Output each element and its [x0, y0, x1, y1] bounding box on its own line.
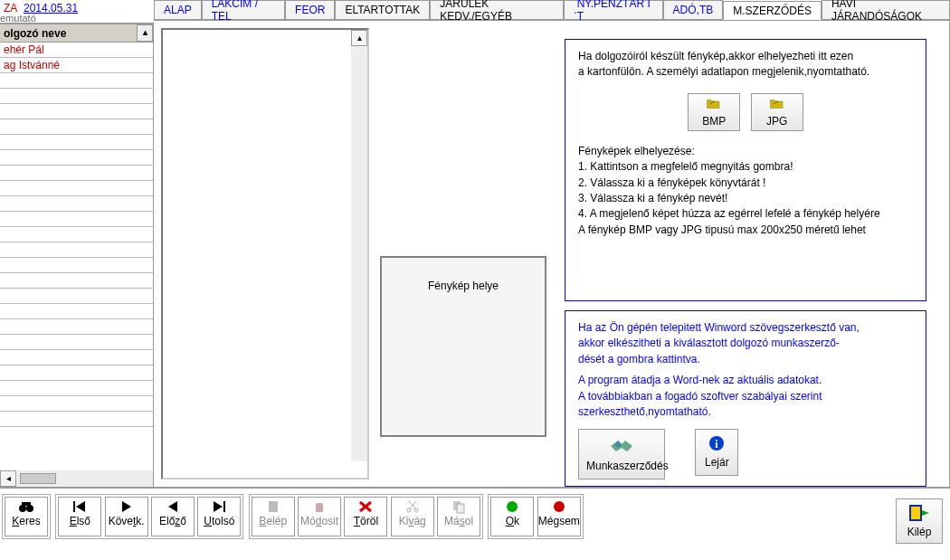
list-item[interactable]: ehér Pál	[0, 43, 153, 58]
list-item[interactable]	[0, 304, 153, 319]
green-circle-icon	[503, 499, 521, 514]
tab-havijar[interactable]: HAVI JÁRANDÓSÁGOK	[822, 0, 950, 19]
torol-button[interactable]: Töröl	[344, 497, 387, 536]
employee-list: olgozó neve ▴ ehér Pálag Istvánné ◂	[0, 24, 154, 488]
tab-adotb[interactable]: ADÓ,TB	[663, 0, 724, 19]
first-icon	[71, 499, 89, 514]
svg-rect-4	[22, 502, 31, 506]
list-item[interactable]	[0, 196, 153, 212]
steps-heading: Fényképek elhelyezése:	[578, 144, 913, 159]
step-text: 3. Válassza ki a fénykép nevét!	[578, 191, 913, 206]
list-item[interactable]	[0, 119, 153, 135]
keres-button[interactable]: Keres	[5, 497, 48, 536]
list-item[interactable]	[0, 289, 153, 304]
info-text: akkor elkészitheti a kiválasztott dolgoz…	[578, 336, 913, 351]
photo-placeholder[interactable]: Fénykép helye	[380, 256, 546, 437]
list-item[interactable]: ag Istvánné	[0, 58, 153, 73]
elso-button[interactable]: Első	[58, 497, 101, 536]
step-text: 1. Kattintson a megfelelő megnyitás gomb…	[578, 159, 913, 175]
info-text: Ha az Ön gépén telepitett Winword szöveg…	[578, 320, 913, 336]
kivag-button: Kivág	[391, 497, 434, 536]
list-item[interactable]	[0, 227, 153, 242]
label-rest: eres	[19, 515, 40, 527]
red-circle-icon	[550, 499, 568, 514]
contract-button[interactable]: Munkaszerződés	[578, 429, 665, 479]
bottom-toolbar: Keres Első Követk. Előző Utolsó Belép Mó…	[0, 488, 950, 560]
handshake-icon	[607, 435, 636, 455]
list-item[interactable]	[0, 150, 153, 166]
list-scroll-up-icon[interactable]: ▴	[137, 24, 153, 42]
svg-rect-5	[73, 501, 75, 512]
list-item[interactable]	[0, 135, 153, 150]
info-icon: i	[708, 435, 725, 451]
list-item[interactable]	[0, 381, 153, 396]
svg-marker-7	[122, 501, 131, 512]
hscroll-left-icon[interactable]: ◂	[0, 470, 16, 487]
tab-jarulek[interactable]: JÁRULÉK KEDV./EGYÉB	[430, 0, 564, 19]
list-item[interactable]	[0, 104, 153, 119]
exit-door-icon	[907, 503, 931, 523]
binoculars-icon	[17, 499, 35, 514]
modosit-button: Módosit	[298, 497, 341, 536]
utolso-button[interactable]: Utolsó	[197, 497, 241, 536]
next-icon	[118, 499, 136, 514]
svg-point-2	[19, 505, 26, 512]
svg-marker-6	[76, 501, 85, 512]
tab-nypenztar[interactable]: .NY.PÉNZTÁR I T	[564, 0, 662, 19]
list-item[interactable]	[0, 242, 153, 258]
delete-x-icon	[356, 499, 375, 514]
list-header[interactable]: olgozó neve ▴	[0, 24, 153, 43]
tab-strip: ALAP LAKCIM / TEL FEOR ELTARTOTTAK JÁRUL…	[154, 0, 950, 20]
list-item[interactable]	[0, 273, 153, 289]
list-hscroll[interactable]: ◂	[0, 470, 153, 487]
svg-line-16	[410, 501, 416, 508]
photo-info-panel: Ha dolgozóiról készült fénykép,akkor elh…	[565, 39, 926, 301]
emutato-label: emutató	[0, 13, 36, 24]
open-jpg-button[interactable]: JPG	[751, 93, 803, 131]
word-info-panel: Ha az Ön gépén telepitett Winword szöveg…	[565, 310, 926, 487]
folder-open-icon	[706, 96, 722, 112]
elozo-button[interactable]: Előző	[151, 497, 195, 536]
kilep-button[interactable]: Kilép	[896, 498, 943, 544]
list-item[interactable]	[0, 212, 153, 227]
tab-mszerzodes[interactable]: M.SZERZŐDÉS	[723, 1, 822, 20]
list-item[interactable]	[0, 350, 153, 365]
svg-point-20	[507, 501, 518, 512]
svg-line-17	[409, 501, 415, 508]
svg-rect-11	[269, 501, 278, 512]
expire-button[interactable]: i Lejár	[695, 429, 738, 475]
tab-alap[interactable]: ALAP	[154, 0, 202, 19]
svg-point-14	[407, 508, 411, 512]
list-item[interactable]	[0, 365, 153, 381]
svg-point-3	[26, 505, 33, 512]
ok-button[interactable]: Ok	[490, 497, 534, 536]
list-item[interactable]	[0, 258, 153, 273]
kovetk-button[interactable]: Követk.	[105, 497, 148, 536]
svg-marker-9	[214, 501, 223, 512]
list-item[interactable]	[0, 396, 153, 412]
list-item[interactable]	[0, 73, 153, 89]
content-area: ▴ Fénykép helye Ha dolgozóiról készült f…	[154, 20, 950, 488]
hand-icon	[310, 499, 328, 514]
list-item[interactable]	[0, 412, 153, 427]
vscroll-up-icon[interactable]: ▴	[351, 30, 367, 46]
info-text: szerkeszthető,nyomtatható.	[578, 404, 913, 420]
svg-point-21	[554, 501, 565, 512]
belep-button: Belép	[252, 497, 295, 536]
list-item[interactable]	[0, 319, 153, 335]
list-item[interactable]	[0, 335, 153, 350]
folder-open-icon	[769, 96, 785, 112]
hscroll-thumb[interactable]	[20, 473, 56, 484]
info-text: A program átadja a Word-nek az aktuális …	[578, 373, 913, 388]
open-bmp-button[interactable]: BMP	[688, 93, 740, 131]
list-item[interactable]	[0, 166, 153, 181]
list-item[interactable]	[0, 181, 153, 196]
tab-lakcim[interactable]: LAKCIM / TEL	[202, 0, 285, 19]
svg-rect-19	[457, 504, 464, 513]
step-text: 2. Válassza ki a fényképek könyvtárát !	[578, 176, 913, 191]
megsem-button[interactable]: Mégsem	[537, 497, 581, 536]
list-item[interactable]	[0, 89, 153, 104]
tab-eltartottak[interactable]: ELTARTOTTAK	[335, 0, 430, 19]
copy-icon	[450, 499, 468, 514]
tab-feor[interactable]: FEOR	[285, 0, 335, 19]
